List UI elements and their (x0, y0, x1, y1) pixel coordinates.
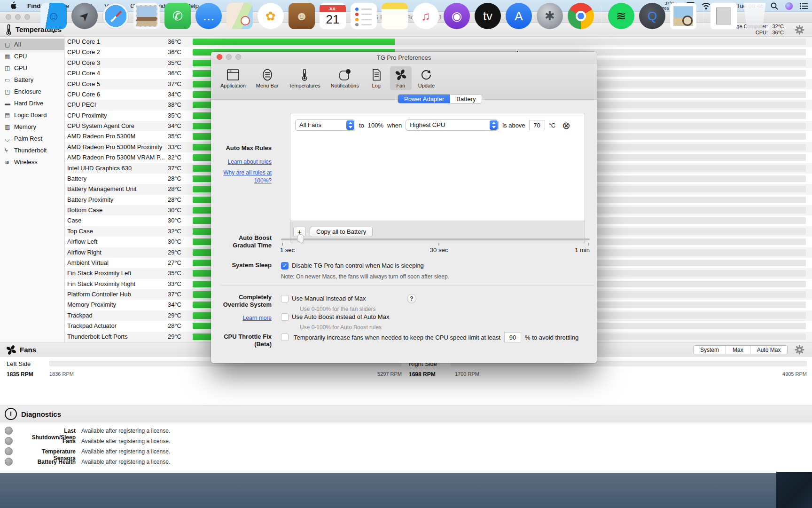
sidebar-item-logic-board[interactable]: ▤ Logic Board (0, 109, 64, 121)
help-button[interactable]: ? (407, 294, 416, 303)
toolbar-tab-application[interactable]: Application (217, 66, 250, 90)
tab-power-adapter[interactable]: Power Adapter (398, 95, 450, 103)
dialog-zoom-button[interactable] (235, 54, 241, 60)
minimize-button[interactable] (15, 14, 21, 20)
dock-icon-photos[interactable]: ✿ (258, 3, 284, 29)
dock-icon-finder[interactable]: ☺ (40, 3, 67, 29)
use-auto-boost-label[interactable]: Use Auto Boost instead of Auto Max (292, 313, 389, 320)
sidebar-item-palm-rest[interactable]: ◡ Palm Rest (0, 133, 64, 144)
diagnostic-label: Battery Health (19, 459, 76, 465)
category-icon: ▤ (5, 112, 14, 119)
dock-icon-notes[interactable] (382, 3, 408, 29)
toolbar-tab-fan[interactable]: Fan (390, 66, 412, 90)
spotlight-search-icon[interactable] (771, 2, 778, 10)
toolbar-tab-menu-bar[interactable]: Menu Bar (252, 66, 282, 90)
sidebar-item-thunderbolt[interactable]: ϟ Thunderbolt (0, 144, 64, 156)
dialog-close-button[interactable] (217, 54, 222, 60)
category-label: Battery (14, 76, 33, 83)
sidebar-item-all[interactable]: ▢ All (0, 39, 64, 50)
sidebar-item-gpu[interactable]: ◫ GPU (0, 62, 64, 74)
fan-mode-max[interactable]: Max (726, 346, 750, 354)
toolbar-tab-notifications[interactable]: Notifications (327, 66, 363, 90)
sensor-name: Battery Proximity (67, 196, 113, 203)
dock-icon-safari[interactable] (102, 3, 129, 29)
status-indicator-icon (5, 437, 13, 445)
sensor-row[interactable]: CPU Core 1 36°C (65, 37, 812, 47)
sidebar-item-battery[interactable]: ▭ Battery (0, 74, 64, 86)
toolbar-tab-log[interactable]: Log (366, 66, 387, 90)
sidebar-item-enclosure[interactable]: ◳ Enclosure (0, 86, 64, 97)
dock-icon-app-store[interactable]: A (506, 3, 532, 29)
category-icon: ◡ (5, 135, 14, 142)
dock-icon-messages[interactable]: … (195, 3, 222, 29)
dock-icon-separator[interactable] (599, 3, 603, 29)
dock-icon-glyph: ◉ (452, 10, 462, 22)
why-rules-100-link[interactable]: Why are all rules at 100%? (223, 169, 272, 184)
sensor-select[interactable]: Highest CPU (406, 119, 499, 131)
sensor-name: Battery Management Unit (67, 185, 136, 192)
category-label: CPU (14, 53, 27, 60)
toolbar-tab-temperatures[interactable]: Temperatures (285, 66, 324, 90)
dock-icon-contacts[interactable]: ☻ (289, 3, 315, 29)
sidebar-item-memory[interactable]: ▥ Memory (0, 121, 64, 133)
copy-all-to-battery-button[interactable]: Copy all to Battery (310, 227, 373, 237)
dock-icon-spotify[interactable]: ≋ (608, 3, 634, 29)
threshold-input[interactable] (529, 120, 545, 130)
diagnostics-list: Last Shutdown/Sleep Available after regi… (0, 422, 812, 467)
auto-boost-slider-track[interactable] (281, 238, 590, 240)
diagnostic-status: Available after registering a license. (81, 428, 170, 434)
dock-icon-launchpad[interactable]: ➤ (71, 3, 98, 29)
dock-icon-podcasts[interactable]: ◉ (444, 3, 470, 29)
dock-icon-glyph: ☻ (295, 10, 308, 22)
sensor-value: 30°C (159, 217, 181, 224)
apple-logo-icon[interactable] (9, 1, 17, 10)
temperatures-settings-gear-icon[interactable] (795, 25, 804, 35)
throttle-fix-checkbox[interactable] (281, 333, 289, 341)
dock-icon-reminders[interactable] (351, 3, 377, 29)
fan-mode-auto-max[interactable]: Auto Max (750, 346, 788, 354)
dock-icon-calendar[interactable]: JUL 21 (320, 3, 346, 29)
dock-icon-maps[interactable] (226, 3, 253, 29)
sensor-value: 34°C (159, 91, 181, 98)
dock-icon-mail[interactable] (133, 3, 160, 29)
toolbar-tab-update[interactable]: Update (414, 66, 438, 90)
sidebar-item-wireless[interactable]: ≋ Wireless (0, 156, 64, 168)
dock-icon-preview[interactable] (670, 3, 696, 29)
status-indicator-icon (5, 447, 13, 455)
dock-icon-music[interactable]: ♫ (413, 3, 439, 29)
siri-icon[interactable] (785, 2, 793, 10)
dialog-titlebar[interactable]: TG Pro Preferences (211, 52, 597, 64)
dock-icon-chrome[interactable] (568, 3, 594, 29)
use-auto-boost-checkbox[interactable] (281, 313, 289, 321)
dock-icon-separator[interactable] (701, 3, 706, 29)
use-manual-label[interactable]: Use Manual instead of Max (292, 295, 366, 302)
notification-center-icon[interactable] (800, 3, 808, 9)
sidebar-item-hard-drive[interactable]: ▬ Hard Drive (0, 97, 64, 109)
delete-rule-button[interactable]: ⊗ (562, 120, 570, 130)
throttle-percent-input[interactable] (504, 332, 521, 342)
sidebar-item-cpu[interactable]: ▦ CPU (0, 50, 64, 62)
zoom-button[interactable] (24, 14, 30, 20)
sleep-checkbox-label[interactable]: Disable TG Pro fan control when Mac is s… (292, 262, 424, 269)
right-fan-current-rpm: 1698 RPM (409, 371, 436, 378)
use-manual-checkbox[interactable] (281, 295, 289, 302)
tab-battery[interactable]: Battery (450, 95, 482, 103)
sleep-checkbox[interactable]: ✓ (281, 262, 289, 270)
dock-icon-quicktime[interactable]: Q (639, 3, 665, 29)
close-button[interactable] (6, 14, 11, 20)
auto-boost-slider-thumb[interactable] (297, 234, 304, 242)
fans-select[interactable]: All Fans (295, 119, 355, 131)
learn-about-rules-link[interactable]: Learn about rules (228, 159, 272, 165)
toolbar-label: Application (220, 83, 246, 88)
diagnostic-status: Available after registering a license. (81, 448, 170, 455)
category-icon: ◳ (5, 88, 14, 95)
dock-icon-system-preferences[interactable]: ✱ (537, 3, 563, 29)
dock-icon-facetime[interactable]: ✆ (164, 3, 191, 29)
dock-icon-apple-tv[interactable]: tv (475, 3, 501, 29)
dock-icon-disk-image[interactable] (710, 3, 737, 29)
dialog-minimize-button[interactable] (226, 54, 232, 60)
fans-settings-gear-icon[interactable] (795, 345, 804, 355)
fan-mode-system[interactable]: System (694, 346, 726, 354)
dock-icon-trash[interactable] (742, 3, 768, 29)
learn-more-link[interactable]: Learn more (243, 315, 272, 321)
